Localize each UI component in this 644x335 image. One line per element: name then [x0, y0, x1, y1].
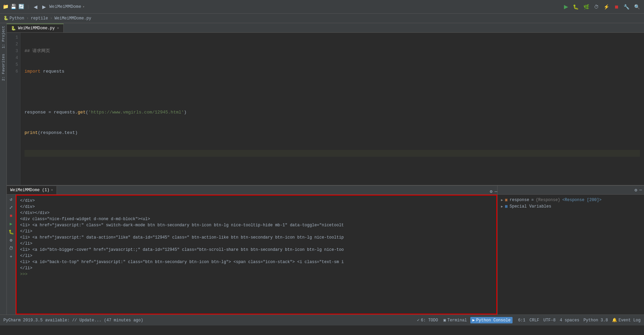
line-numbers: 1 2 3 4 5 6 [7, 33, 20, 185]
line-num-3: 3 [9, 48, 18, 55]
var-expand-special[interactable]: ▶ [501, 204, 503, 209]
output-line-10: </li> [20, 253, 493, 259]
close-process-btn[interactable]: ⤢ [8, 204, 15, 211]
sidebar-item-project[interactable]: 1: Project [1, 23, 6, 51]
debug-console-btn[interactable]: 🐛 [8, 229, 15, 235]
var-row-special[interactable]: ▶ ▦ Special Variables [501, 203, 641, 210]
console-tab-active[interactable]: WeiMeiMMDome (1) × [7, 186, 57, 194]
run-button[interactable]: ▶ [563, 3, 569, 11]
status-bar: PyCharm 2019.3.5 available: // Update...… [0, 315, 644, 325]
event-log-btn[interactable]: 🔔 Event Log [612, 318, 641, 323]
cursor-pos: 6:1 [518, 318, 525, 323]
output-line-8: </li> [20, 241, 493, 247]
todo-tab-btn[interactable]: ✓ 6: TODO [415, 317, 440, 323]
line-num-6: 6 [9, 68, 18, 75]
var-expand-response[interactable]: ▶ [501, 198, 503, 202]
event-log-label: Event Log [618, 318, 641, 323]
terminal-tab-btn[interactable]: ▣ Terminal [441, 317, 469, 323]
sep1: › [26, 16, 29, 21]
concurrency-button[interactable]: ⚡ [602, 3, 611, 10]
profile-button[interactable]: ⏱ [593, 3, 600, 10]
console-tab-close[interactable]: × [51, 188, 53, 192]
restart-btn[interactable]: ↺ [8, 196, 15, 203]
settings-icon[interactable]: ⚙ [490, 189, 492, 194]
console-sidebar: ↺ ⤢ ■ ▶ 🐛 ⚙ ⏱ + </div> </div> </div></di… [7, 195, 497, 315]
project-name-label: WeiMeiMMDome [49, 4, 81, 9]
line-endings: CRLF [530, 318, 539, 323]
editor-tab-bar: 🐍 WeiMeiMMDome.py × [7, 23, 644, 33]
breadcrumb-file[interactable]: WeiMeiMMDome.py [54, 16, 91, 21]
code-line-1: ## 请求网页 [25, 48, 640, 55]
python-console-icon: ▶ [472, 318, 475, 323]
sidebar-item-favorites[interactable]: 2: Favorites [1, 51, 6, 83]
event-log-icon: 🔔 [612, 318, 617, 323]
kw-import: import [25, 68, 41, 75]
update-text: PyCharm 2019.3.5 available: // Update...… [3, 318, 143, 323]
code-line-3 [25, 89, 640, 95]
add-btn[interactable]: + [8, 253, 15, 260]
line-num-2: 2 [9, 41, 18, 48]
variables-settings-icon[interactable]: ⚙ [634, 187, 637, 193]
output-line-7: <li> <a href="javascript:" data-action="… [20, 234, 493, 241]
clock-btn[interactable]: ⏱ [8, 245, 15, 252]
main-toolbar: 📁 💾 🔄 | ◀ ▶ WeiMeiMMDome ▾ ▶ 🐛 🌿 ⏱ ⚡ ⏹ 🔧… [0, 0, 644, 14]
settings-button[interactable]: 🔧 [622, 3, 631, 10]
output-line-3: </div></div> [20, 210, 493, 216]
python-console-tab-btn[interactable]: ▶ Python Console [470, 317, 513, 323]
search-button[interactable]: 🔍 [633, 3, 641, 10]
variables-minimize-icon[interactable]: — [639, 187, 642, 193]
breadcrumb-reptile[interactable]: reptile [31, 16, 48, 21]
line-num-4: 4 [9, 55, 18, 61]
var-equals: = [531, 198, 534, 202]
output-line-11: <li> <a id="back-to-top" href="javascrip… [20, 259, 493, 265]
python-file-icon: 🐍 [11, 26, 16, 31]
back-button[interactable]: ◀ [32, 3, 39, 10]
folder-icon: 📁 [3, 4, 9, 10]
settings-console-btn[interactable]: ⚙ [8, 237, 15, 244]
console-prompt: >>> [20, 271, 493, 277]
disk-icon: 💾 [11, 4, 16, 10]
python-version: Python 3.8 [583, 318, 608, 323]
run-console-btn[interactable]: ▶ [8, 220, 15, 227]
status-left: PyCharm 2019.3.5 available: // Update...… [3, 318, 410, 323]
bottom-panel: WeiMeiMMDome (1) × ⚙ — ↺ ⤢ ■ ▶ [7, 185, 644, 315]
todo-icon: ✓ [417, 318, 420, 323]
encoding: UTF-8 [544, 318, 556, 323]
line-num-5: 5 [9, 61, 18, 68]
output-line-2: </div> [20, 204, 493, 210]
print-args: (response.text) [38, 130, 78, 136]
terminal-icon: ▣ [443, 318, 446, 323]
console-left: WeiMeiMMDome (1) × ⚙ — ↺ ⤢ ■ ▶ [7, 186, 498, 315]
code-content[interactable]: ## 请求网页 import requests response = reque… [20, 33, 644, 185]
python-console-label: Python Console [476, 318, 511, 323]
minimize-icon[interactable]: — [494, 189, 497, 194]
fn-print: print [25, 130, 38, 136]
status-right: 6:1 CRLF UTF-8 4 spaces Python 3.8 🔔 Eve… [518, 318, 641, 323]
stop-button[interactable]: ⏹ [613, 3, 620, 10]
left-sidebar: 1: Project 2: Favorites [0, 23, 7, 315]
breadcrumb-python[interactable]: 🐍 Python [3, 16, 24, 21]
code-line-2: import requests [25, 68, 640, 75]
output-line-9: <li> <a id="btn-bigger-cover" href="java… [20, 247, 493, 253]
fn-get: get [78, 109, 85, 116]
import-module: requests [41, 68, 64, 75]
var-type-response: {Response} [536, 198, 560, 202]
editor-tab-close[interactable]: × [57, 26, 59, 30]
line-num-1: 1 [9, 34, 18, 41]
editor-tab-active[interactable]: 🐍 WeiMeiMMDome.py × [7, 24, 64, 32]
code-line-4: response = requests.get('https://www.vmg… [25, 109, 640, 116]
forward-button[interactable]: ▶ [41, 3, 47, 10]
var-icon-response: ▣ [505, 197, 507, 202]
output-line-4: <div class="nice-fixed-widget d-none d-m… [20, 216, 493, 222]
var-row-response[interactable]: ▶ ▣ response = {Response} <Response [200… [501, 197, 641, 203]
stop-console-btn[interactable]: ■ [8, 212, 15, 219]
python-icon: 🐍 [3, 16, 9, 21]
project-title[interactable]: WeiMeiMMDome ▾ [49, 4, 85, 9]
console-tab-bar: WeiMeiMMDome (1) × ⚙ — [7, 186, 497, 195]
var-name-special: Special Variables [509, 204, 551, 209]
comment-1: ## 请求网页 [25, 48, 50, 55]
console-output[interactable]: </div> </div> </div></div> <div class="n… [16, 195, 497, 315]
var-value-response: <Response [200]> [562, 198, 601, 202]
coverage-button[interactable]: 🌿 [582, 3, 591, 10]
debug-button[interactable]: 🐛 [571, 3, 580, 10]
